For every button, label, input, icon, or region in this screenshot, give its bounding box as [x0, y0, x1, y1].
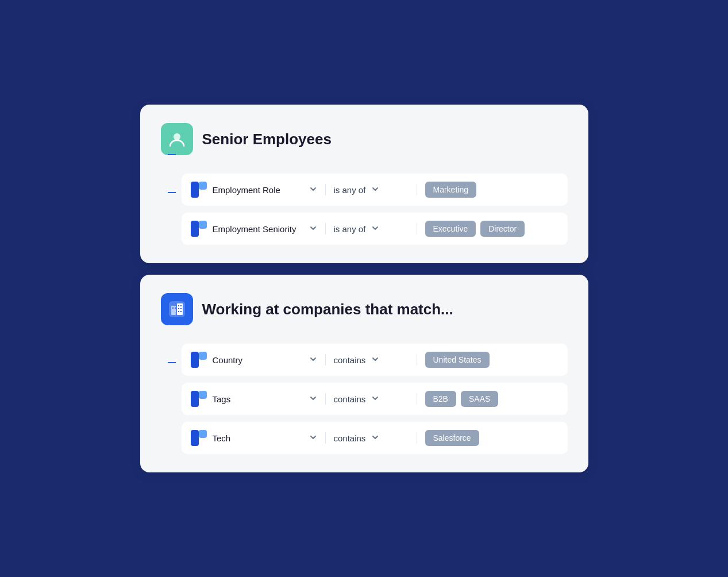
svg-rect-8 [172, 307, 174, 309]
operator-chevron-icon [371, 224, 379, 234]
field-chevron-icon [309, 394, 317, 404]
filter-row-tags: TagscontainsB2BSAAS [182, 383, 568, 415]
filter-field-label: Country [213, 355, 301, 365]
filter-row-tech: TechcontainsSalesforce [182, 422, 568, 454]
operator-label: contains [334, 394, 366, 404]
filter-field-icon [191, 430, 207, 446]
operator-chevron-icon [371, 185, 379, 195]
bracket-top-line [168, 192, 176, 193]
filters-section: CountrycontainsUnited States Tagscontain… [161, 344, 568, 454]
bracket-top-line [168, 362, 176, 363]
svg-rect-16 [191, 352, 199, 368]
svg-rect-12 [178, 308, 179, 309]
svg-rect-2 [199, 182, 207, 190]
field-operator-divider [325, 184, 326, 195]
filter-operator-tags[interactable]: contains [334, 394, 409, 404]
person-icon [161, 123, 193, 155]
svg-rect-14 [178, 311, 179, 312]
operator-tags-divider [417, 184, 417, 195]
card-companies-match: Working at companies that match... Count… [140, 275, 588, 472]
main-container: Senior Employees Employment Roleis any o… [140, 105, 588, 472]
tags-area-employment-role: Marketing [425, 182, 558, 198]
svg-rect-19 [199, 391, 207, 399]
svg-rect-3 [191, 221, 199, 237]
filters-list: CountrycontainsUnited States Tagscontain… [182, 344, 568, 454]
field-chevron-icon [309, 224, 317, 234]
filter-field-icon [191, 182, 207, 198]
operator-chevron-icon [371, 433, 379, 443]
svg-rect-20 [191, 430, 199, 446]
svg-rect-11 [180, 305, 182, 306]
field-chevron-icon [309, 355, 317, 365]
svg-rect-21 [199, 430, 207, 438]
svg-rect-17 [199, 352, 207, 360]
field-chevron-icon [309, 185, 317, 195]
filter-operator-employment-seniority[interactable]: is any of [334, 224, 409, 234]
filter-tag[interactable]: Marketing [425, 182, 476, 198]
tags-area-tech: Salesforce [425, 430, 558, 446]
filter-field-tech[interactable]: Tech [191, 430, 317, 446]
filter-field-employment-seniority[interactable]: Employment Seniority [191, 221, 317, 237]
tags-area-tags: B2BSAAS [425, 391, 558, 407]
filters-list: Employment Roleis any ofMarketing Employ… [182, 174, 568, 245]
svg-rect-7 [177, 303, 183, 315]
filter-field-tags[interactable]: Tags [191, 391, 317, 407]
filter-field-icon [191, 352, 207, 368]
filter-field-label: Employment Seniority [213, 224, 301, 234]
filter-tag[interactable]: B2B [425, 391, 456, 407]
filter-tag[interactable]: Salesforce [425, 430, 479, 446]
filter-operator-employment-role[interactable]: is any of [334, 185, 409, 195]
filter-field-label: Employment Role [213, 185, 301, 195]
filter-operator-tech[interactable]: contains [334, 433, 409, 443]
field-operator-divider [325, 432, 326, 444]
field-operator-divider [325, 223, 326, 234]
filter-tag[interactable]: United States [425, 352, 490, 368]
operator-tags-divider [417, 432, 417, 444]
field-chevron-icon [309, 433, 317, 443]
operator-tags-divider [417, 354, 417, 366]
svg-rect-15 [180, 311, 182, 312]
operator-label: contains [334, 433, 366, 443]
svg-rect-10 [178, 305, 179, 306]
field-operator-divider [325, 393, 326, 405]
tags-area-employment-seniority: ExecutiveDirector [425, 221, 558, 237]
filter-field-icon [191, 221, 207, 237]
svg-rect-1 [191, 182, 199, 198]
svg-rect-9 [175, 307, 176, 309]
tags-area-country: United States [425, 352, 558, 368]
card-header: Working at companies that match... [161, 293, 568, 325]
card-title: Senior Employees [202, 130, 332, 148]
card-title: Working at companies that match... [202, 301, 453, 318]
filter-tag[interactable]: Executive [425, 221, 476, 237]
operator-label: is any of [334, 224, 366, 234]
filter-row-employment-role: Employment Roleis any ofMarketing [182, 174, 568, 206]
operator-tags-divider [417, 393, 417, 405]
card-header: Senior Employees [161, 123, 568, 155]
operator-chevron-icon [371, 394, 379, 404]
operator-label: is any of [334, 185, 366, 195]
svg-rect-13 [180, 308, 182, 309]
bracket-bottom-line [168, 324, 176, 325]
svg-point-0 [174, 133, 180, 140]
bracket-bottom-line [168, 154, 176, 155]
filter-field-label: Tags [213, 394, 301, 404]
filter-field-employment-role[interactable]: Employment Role [191, 182, 317, 198]
filter-operator-country[interactable]: contains [334, 355, 409, 365]
svg-rect-18 [191, 391, 199, 407]
operator-tags-divider [417, 223, 417, 234]
operator-chevron-icon [371, 355, 379, 365]
filter-row-employment-seniority: Employment Seniorityis any ofExecutiveDi… [182, 213, 568, 245]
building-icon [161, 293, 193, 325]
filter-row-country: CountrycontainsUnited States [182, 344, 568, 376]
filter-field-country[interactable]: Country [191, 352, 317, 368]
filters-section: Employment Roleis any ofMarketing Employ… [161, 174, 568, 245]
operator-label: contains [334, 355, 366, 365]
filter-tag[interactable]: Director [480, 221, 525, 237]
svg-rect-4 [199, 221, 207, 229]
filter-field-icon [191, 391, 207, 407]
field-operator-divider [325, 354, 326, 366]
filter-field-label: Tech [213, 433, 301, 443]
filter-tag[interactable]: SAAS [461, 391, 498, 407]
svg-rect-6 [171, 306, 176, 315]
card-senior-employees: Senior Employees Employment Roleis any o… [140, 105, 588, 263]
